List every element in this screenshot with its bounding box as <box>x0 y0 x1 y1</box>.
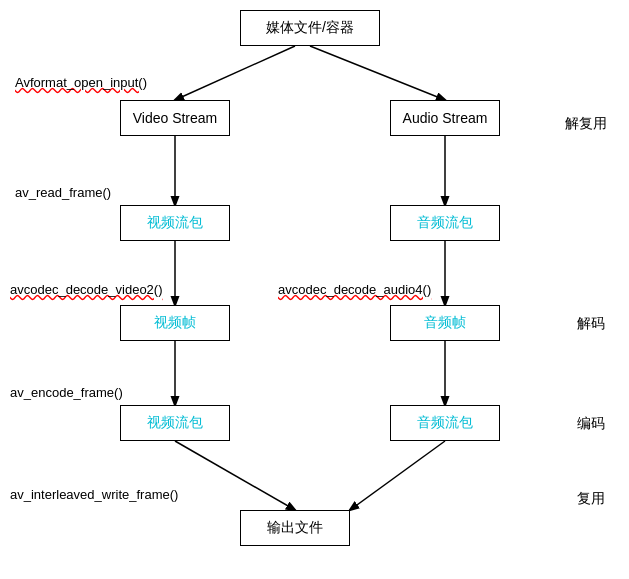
root-box: 媒体文件/容器 <box>240 10 380 46</box>
video-packet-box: 视频流包 <box>120 205 230 241</box>
svg-line-0 <box>175 46 295 100</box>
avformat-open-input-label: Avformat_open_input() <box>15 75 147 90</box>
audio-frame-label: 音频帧 <box>424 314 466 332</box>
av-interleaved-write-frame-label: av_interleaved_write_frame() <box>10 487 178 502</box>
audio-stream-label: Audio Stream <box>403 110 488 126</box>
audio-packet2-label: 音频流包 <box>417 414 473 432</box>
output-label: 输出文件 <box>267 519 323 537</box>
svg-line-9 <box>350 441 445 510</box>
video-frame-label: 视频帧 <box>154 314 196 332</box>
avcodec-decode-video2-label: avcodec_decode_video2() <box>10 282 163 297</box>
video-packet2-box: 视频流包 <box>120 405 230 441</box>
audio-frame-box: 音频帧 <box>390 305 500 341</box>
decode-label: 解码 <box>577 315 605 333</box>
mux-label: 复用 <box>577 490 605 508</box>
video-packet2-label: 视频流包 <box>147 414 203 432</box>
root-label: 媒体文件/容器 <box>266 19 354 37</box>
av-read-frame-label: av_read_frame() <box>15 185 111 200</box>
encode-label: 编码 <box>577 415 605 433</box>
audio-stream-box: Audio Stream <box>390 100 500 136</box>
audio-packet2-box: 音频流包 <box>390 405 500 441</box>
video-stream-label: Video Stream <box>133 110 218 126</box>
video-packet-label: 视频流包 <box>147 214 203 232</box>
audio-packet-label: 音频流包 <box>417 214 473 232</box>
avcodec-decode-audio4-label: avcodec_decode_audio4() <box>278 282 431 297</box>
video-frame-box: 视频帧 <box>120 305 230 341</box>
svg-line-1 <box>310 46 445 100</box>
output-box: 输出文件 <box>240 510 350 546</box>
demux-label: 解复用 <box>565 115 607 133</box>
av-encode-frame-label: av_encode_frame() <box>10 385 123 400</box>
audio-packet-box: 音频流包 <box>390 205 500 241</box>
diagram: 媒体文件/容器 Video Stream Audio Stream 视频流包 音… <box>0 0 629 579</box>
svg-line-8 <box>175 441 295 510</box>
video-stream-box: Video Stream <box>120 100 230 136</box>
